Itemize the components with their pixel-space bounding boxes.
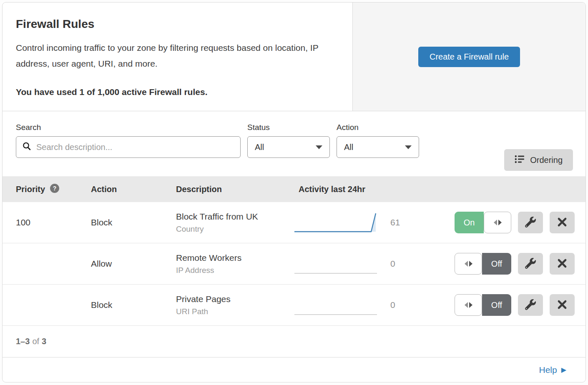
activity-sparkline [294,210,379,235]
header-text-panel: Firewall Rules Control incoming traffic … [3,2,353,111]
action-dropdown[interactable]: All [337,136,419,158]
arrow-right-icon [469,261,472,267]
search-input[interactable] [35,142,234,152]
wrench-icon [525,258,536,270]
table-header: Priority ? Action Description Activity l… [3,176,585,202]
rule-type: Country [176,225,294,234]
action-dropdown-value: All [344,142,353,152]
rule-action: Block [91,300,176,310]
chevron-down-icon [316,145,322,149]
rule-type: URI Path [176,307,294,316]
rule-description: Remote Workers IP Address [176,253,294,275]
activity-sparkline [294,293,379,317]
rule-activity: 0 [294,293,455,317]
search-input-wrapper [16,136,241,158]
page-description: Control incoming traffic to your zone by… [16,40,336,72]
chevron-down-icon [405,145,412,149]
column-header-action: Action [91,185,176,194]
filter-bar: Search Status All Action All [3,111,585,176]
column-header-activity: Activity last 24hr [294,185,573,194]
activity-count: 0 [390,300,395,310]
wrench-icon [525,299,536,311]
status-label: Status [247,123,330,132]
header-section: Firewall Rules Control incoming traffic … [3,2,585,111]
rule-enabled-toggle[interactable]: Off [455,253,511,275]
help-tooltip-icon[interactable]: ? [50,184,59,193]
activity-count: 0 [390,259,395,269]
header-action-panel: Create a Firewall rule [353,2,585,111]
priority-header-label: Priority [16,185,45,194]
pagination-range: 1–3 [16,337,30,346]
rule-controls: Off [455,294,575,316]
column-header-description: Description [176,185,294,194]
list-ordering-icon [515,155,525,166]
status-filter-group: Status All [247,123,330,158]
activity-sparkline [294,252,379,276]
rule-action: Block [91,218,176,228]
toggle-knob[interactable] [455,294,482,316]
rule-controls: On [455,212,575,233]
table-row: 100 Block Block Traffic from UK Country … [3,202,585,243]
help-link[interactable]: Help ▶ [539,365,566,375]
table-row: Block Private Pages URI Path 0 Off [3,285,585,326]
action-label: Action [337,123,419,132]
pagination-total: 3 [42,337,46,346]
delete-rule-button[interactable] [550,212,575,233]
page-title: Firewall Rules [16,18,336,31]
edit-rule-button[interactable] [518,212,543,233]
help-link-label: Help [539,365,557,375]
toggle-off-label: Off [482,294,511,316]
rule-controls: Off [455,253,575,275]
rule-activity: 61 [294,210,455,235]
rule-type: IP Address [176,266,294,275]
create-firewall-rule-button[interactable]: Create a Firewall rule [418,47,520,67]
arrow-left-icon [465,302,468,308]
help-arrow-icon: ▶ [561,366,566,374]
column-header-priority: Priority ? [16,185,91,194]
search-group: Search [16,123,241,158]
activity-count: 61 [390,218,400,228]
arrow-right-icon [498,220,502,225]
rule-priority: 100 [16,218,91,228]
delete-rule-button[interactable] [550,253,575,275]
pagination-of-label: of [32,337,39,346]
search-icon [22,142,31,152]
toggle-on-label: On [455,212,484,233]
toggle-knob[interactable] [484,212,511,233]
rule-description-title: Private Pages [176,294,294,304]
pagination-bar: 1–3 of 3 [3,326,585,358]
close-icon [557,258,567,270]
search-label: Search [16,123,241,132]
close-icon [557,300,567,311]
rule-description-title: Remote Workers [176,253,294,263]
rule-enabled-toggle[interactable]: On [455,212,511,233]
edit-rule-button[interactable] [518,294,543,316]
rule-action: Allow [91,259,176,269]
help-footer: Help ▶ [3,358,585,382]
toggle-off-label: Off [482,253,511,275]
edit-rule-button[interactable] [518,253,543,275]
status-dropdown[interactable]: All [247,136,330,158]
arrow-left-icon [465,261,468,267]
action-filter-group: Action All [337,123,419,158]
table-row: Allow Remote Workers IP Address 0 Off [3,243,585,285]
arrow-left-icon [494,220,497,225]
status-dropdown-value: All [255,142,264,152]
delete-rule-button[interactable] [550,294,575,316]
rules-table-body: 100 Block Block Traffic from UK Country … [3,202,585,326]
rule-description-title: Block Traffic from UK [176,212,294,222]
rule-description: Private Pages URI Path [176,294,294,316]
ordering-button[interactable]: Ordering [504,149,573,171]
rule-activity: 0 [294,252,455,276]
firewall-rules-card: Firewall Rules Control incoming traffic … [2,2,586,382]
arrow-right-icon [469,302,472,308]
wrench-icon [525,217,536,229]
rule-description: Block Traffic from UK Country [176,212,294,234]
toggle-knob[interactable] [455,253,482,275]
ordering-button-label: Ordering [530,155,563,165]
usage-note: You have used 1 of 1,000 active Firewall… [16,87,336,97]
close-icon [557,217,567,228]
rule-enabled-toggle[interactable]: Off [455,294,511,316]
